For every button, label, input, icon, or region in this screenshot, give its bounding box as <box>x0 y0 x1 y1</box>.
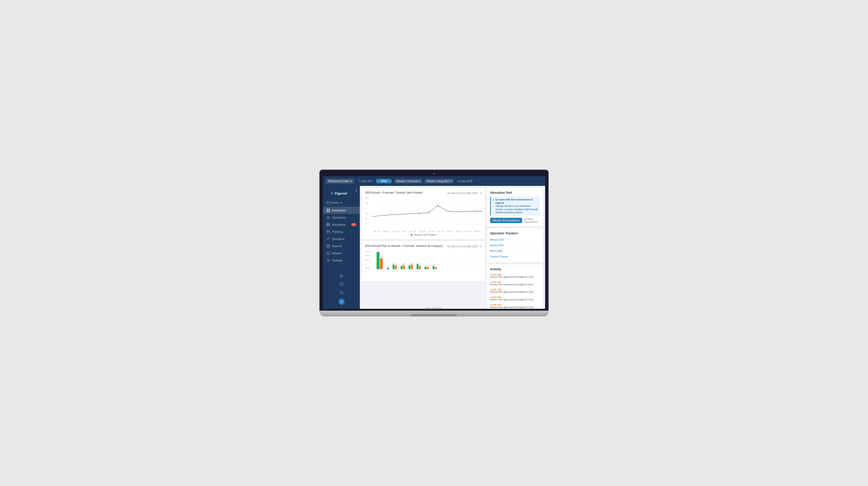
svg-rect-39 <box>395 266 397 269</box>
x-label-jul: Jul 19 <box>401 230 407 233</box>
chart1-title: 2020 Actual + Forecast: Closing Cash Pos… <box>365 191 423 194</box>
x-label-aug: Aug 19 <box>410 230 416 233</box>
svg-rect-57 <box>432 266 434 269</box>
allocations-badge: 27 <box>351 223 356 226</box>
svg-rect-53 <box>425 267 426 269</box>
allocate-button[interactable]: Allocate 89 transactions <box>490 218 522 223</box>
sidebar-label-scenarios: Scenarios <box>332 237 345 240</box>
x-axis-labels: Apr 19 May 19 Jun 19 Jul 19 Aug 19 Sep 1… <box>365 230 482 233</box>
sidebar-item-allocations[interactable]: Allocations 27 <box>323 221 360 228</box>
sidebar-label-allocations: Allocations <box>332 223 346 226</box>
svg-text:-2k: -2k <box>435 265 437 267</box>
activity-text-1: Rachel Joho approved the budget for 2016 <box>490 276 540 279</box>
sidebar-item-dashboard[interactable]: Dashboard <box>323 207 360 214</box>
forecast-mode-selector[interactable]: Actuals + Forecast ▾ <box>395 179 422 183</box>
farms-icon <box>327 201 330 205</box>
tracker-barley-label: Barley 2020 <box>490 244 503 247</box>
tracker-wheat-2020[interactable]: Wheat 2020 <box>490 237 540 243</box>
farms-dropdown-icon[interactable]: ▾ <box>340 201 342 205</box>
main-layout: ✦ Figured ❮ Farms ▾ Dashboard <box>323 186 545 309</box>
sidebar-item-settings[interactable]: Settings <box>323 257 360 264</box>
help-icon-button[interactable] <box>323 280 360 288</box>
y-label-15k: 15k <box>365 202 368 205</box>
sidebar-item-scenarios[interactable]: Scenarios <box>323 235 360 242</box>
info-body: Allocate directly to your production cen… <box>495 205 538 214</box>
svg-text:-32k: -32k <box>393 263 395 264</box>
info-text: Do more with Xero transactions in Figure… <box>495 198 538 214</box>
y-label-dollar: $ <box>365 207 368 210</box>
activity-text-3: Rachel Joho approved the budget for 2016 <box>490 291 540 294</box>
macbook-label: MacBook <box>426 307 442 310</box>
activity-item-2: 1 year ago Rachel Joho unlocked the budg… <box>490 281 540 286</box>
prev-year-icon[interactable]: ‹ <box>378 180 379 183</box>
farms-row[interactable]: Farms ▾ <box>323 200 360 206</box>
svg-text:362k: 362k <box>377 250 379 252</box>
svg-point-25 <box>482 211 482 212</box>
sidebar-label-dashboard: Dashboard <box>332 209 346 212</box>
tracker-beef-label: Beef Cattle <box>490 250 502 252</box>
activity-item-5: 1 year ago Rachel Joho approved the budg… <box>490 303 540 309</box>
svg-rect-35 <box>388 268 389 269</box>
svg-rect-2 <box>329 209 330 210</box>
actuals-period-selector[interactable]: Actuals to Aug 2017 ▾ <box>425 179 454 183</box>
community-icon-button[interactable] <box>323 272 360 280</box>
activity-time-1: 1 year ago <box>490 273 540 276</box>
svg-rect-43 <box>403 265 405 269</box>
chart1-subtitle: Actuals to end of Mar 2020 <box>447 192 478 194</box>
y-label-20k: 20k <box>365 197 368 200</box>
screen-content: Whispering Oaks ▾ 1 June 2017 ‹ 2018 › A… <box>323 176 545 309</box>
activity-time-5: 1 year ago <box>490 303 540 306</box>
chevron-down-icon: ▾ <box>450 180 452 183</box>
farm-selector[interactable]: Whispering Oaks ▾ <box>326 179 354 184</box>
activity-time-4: 1 year ago <box>490 296 540 298</box>
allocation-tool-title: Allocation Tool <box>490 191 540 194</box>
farm-name: Whispering Oaks <box>328 180 349 183</box>
sidebar-item-reports[interactable]: Reports <box>323 242 360 250</box>
svg-point-13 <box>340 275 342 276</box>
svg-text:12k: 12k <box>395 264 397 265</box>
bar-chart-svg: 362k -161k -40k -32k <box>373 250 482 273</box>
svg-rect-11 <box>327 252 330 254</box>
sidebar-item-adviser[interactable]: Adviser <box>323 250 360 257</box>
sidebar-header: ✦ Figured ❮ <box>323 187 360 200</box>
notifications-icon-button[interactable] <box>323 288 360 297</box>
collapse-sidebar-button[interactable]: ❮ <box>355 189 357 192</box>
top-nav-bar: Whispering Oaks ▾ 1 June 2017 ‹ 2018 › A… <box>323 176 545 186</box>
next-year-icon[interactable]: › <box>389 180 390 183</box>
activity-item-3: 1 year ago Rachel Joho approved the budg… <box>490 288 540 294</box>
start-date: 1 June 2017 <box>359 180 373 183</box>
laptop-base: MacBook <box>319 311 549 316</box>
avatar-button[interactable]: J <box>323 297 360 307</box>
planning-icon <box>327 230 330 234</box>
x-label-jan: Jan 19 <box>456 230 462 233</box>
sidebar-item-planning[interactable]: Planning <box>323 228 360 235</box>
activity-item-1: 1 year ago Rachel Joho approved the budg… <box>490 273 540 279</box>
adviser-icon <box>327 251 330 255</box>
tracker-beef-cattle[interactable]: Beef Cattle <box>490 248 540 254</box>
svg-text:-40k: -40k <box>388 266 389 268</box>
svg-rect-7 <box>327 224 330 225</box>
chart2-menu-icon[interactable]: ≡ <box>480 244 482 248</box>
svg-text:-38k: -38k <box>417 262 418 264</box>
x-label-jun: Jun 19 <box>393 230 399 233</box>
operation-trackers-card: Operation Trackers Wheat 2020 Barley 202… <box>487 229 543 262</box>
tracker-product-tracker[interactable]: Product Tracker <box>490 254 540 259</box>
app-logo: ✦ Figured <box>327 189 351 198</box>
x-label-sep: Sep 19 <box>419 230 425 233</box>
svg-text:1k: 1k <box>420 264 421 266</box>
svg-point-23 <box>428 212 429 213</box>
y-label-0: 0 <box>365 223 368 225</box>
sidebar-item-operations[interactable]: Operations <box>323 214 360 221</box>
allocation-tool-card: Allocation Tool ℹ Do more with Xero tran… <box>487 188 543 226</box>
year-navigator[interactable]: ‹ 2018 › <box>376 179 392 183</box>
legend-dot <box>411 234 412 236</box>
settings-icon <box>327 259 330 262</box>
info-icon: ℹ <box>493 199 494 214</box>
tracker-barley-2020[interactable]: Barley 2020 <box>490 243 540 248</box>
dashboard-icon <box>327 209 330 212</box>
avatar-initial: J <box>341 300 342 303</box>
tracker-product-label: Product Tracker <box>490 255 508 258</box>
chart1-menu-icon[interactable]: ≡ <box>480 191 482 195</box>
chart1-header: 2020 Actual + Forecast: Closing Cash Pos… <box>365 191 482 195</box>
bell-icon <box>339 291 344 295</box>
